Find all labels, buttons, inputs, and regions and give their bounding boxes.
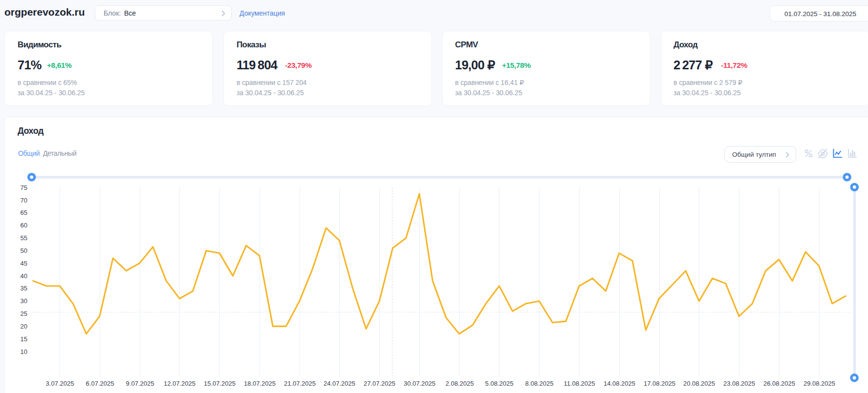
svg-text:10: 10 <box>21 348 27 355</box>
svg-text:24.07.2025: 24.07.2025 <box>324 380 355 387</box>
svg-text:2.08.2025: 2.08.2025 <box>446 380 474 387</box>
svg-text:65: 65 <box>21 209 27 216</box>
svg-text:14.08.2025: 14.08.2025 <box>604 380 635 387</box>
svg-text:20: 20 <box>21 323 27 330</box>
svg-text:30.07.2025: 30.07.2025 <box>404 380 435 387</box>
svg-text:35: 35 <box>21 285 27 292</box>
svg-text:21.07.2025: 21.07.2025 <box>284 380 316 387</box>
svg-text:20.08.2025: 20.08.2025 <box>683 380 715 387</box>
svg-text:15: 15 <box>21 335 27 343</box>
svg-text:30: 30 <box>21 297 27 305</box>
svg-text:40: 40 <box>21 272 27 280</box>
svg-text:9.07.2025: 9.07.2025 <box>126 380 154 387</box>
svg-text:12.07.2025: 12.07.2025 <box>164 380 195 387</box>
svg-text:55: 55 <box>21 234 27 242</box>
svg-text:25: 25 <box>21 310 27 317</box>
svg-text:60: 60 <box>21 222 27 229</box>
svg-text:8.08.2025: 8.08.2025 <box>525 380 554 387</box>
svg-text:3.07.2025: 3.07.2025 <box>46 380 74 387</box>
svg-text:23.08.2025: 23.08.2025 <box>723 380 755 387</box>
svg-text:70: 70 <box>21 197 27 204</box>
svg-text:18.07.2025: 18.07.2025 <box>244 380 276 387</box>
svg-text:45: 45 <box>21 260 27 267</box>
svg-text:26.08.2025: 26.08.2025 <box>763 380 795 387</box>
svg-text:6.07.2025: 6.07.2025 <box>86 380 114 387</box>
svg-text:27.07.2025: 27.07.2025 <box>364 380 395 387</box>
svg-text:29.08.2025: 29.08.2025 <box>803 380 835 387</box>
svg-text:15.07.2025: 15.07.2025 <box>204 380 236 387</box>
svg-text:75: 75 <box>21 184 27 191</box>
svg-text:50: 50 <box>21 247 27 254</box>
svg-text:17.08.2025: 17.08.2025 <box>644 380 675 387</box>
svg-text:5.08.2025: 5.08.2025 <box>485 380 514 387</box>
svg-text:11.08.2025: 11.08.2025 <box>564 380 595 387</box>
